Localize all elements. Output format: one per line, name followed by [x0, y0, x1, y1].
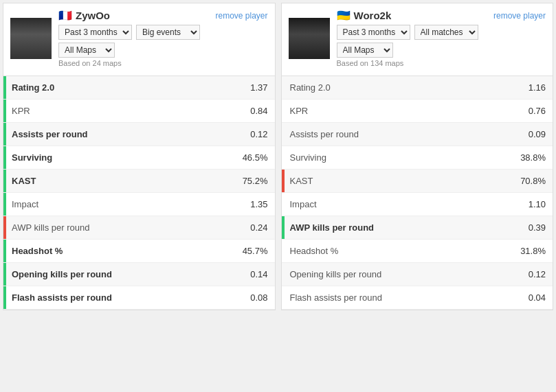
stat-row: Surviving38.8%: [282, 146, 553, 170]
stat-label: Rating 2.0: [6, 76, 241, 99]
stat-value: 0.12: [241, 123, 275, 146]
stats-section-zywoo: Rating 2.01.37KPR0.84Assists per round0.…: [3, 76, 275, 310]
stat-row: KAST70.8%: [282, 170, 553, 193]
stat-row: Opening kills per round0.12: [282, 263, 553, 286]
stat-row: AWP kills per round0.39: [282, 216, 553, 240]
remove-player-link[interactable]: remove player: [215, 11, 267, 21]
player-top-row-zywoo: 🇫🇷ZywOoremove playerPast 3 monthsPast mo…: [10, 9, 268, 67]
stat-row: Assists per round0.12: [3, 123, 275, 146]
stat-value: 0.12: [518, 263, 553, 286]
stat-label: Flash assists per round: [6, 286, 241, 309]
stat-value: 1.37: [241, 76, 275, 99]
filters-row1-woro2k: Past 3 monthsPast monthPast 6 monthsPast…: [337, 25, 546, 40]
player-flag: 🇺🇦: [337, 9, 351, 22]
remove-player-link[interactable]: remove player: [493, 11, 546, 21]
based-on-text: Based on 24 maps: [58, 59, 268, 67]
stat-row: Rating 2.01.16: [282, 76, 553, 100]
stat-row: KAST75.2%: [3, 170, 275, 193]
player-name-row-zywoo: 🇫🇷ZywOoremove player: [58, 9, 268, 22]
player-name: Woro2k: [354, 10, 392, 21]
maps-select[interactable]: All MapsDust2InfernoMirageNukeOverpass: [58, 43, 115, 58]
event-select[interactable]: Big eventsAll matchesLAN only: [136, 25, 200, 40]
stat-row: Assists per round0.09: [282, 123, 553, 146]
stat-row: AWP kills per round0.24: [3, 216, 275, 240]
based-on-text: Based on 134 maps: [337, 59, 546, 67]
maps-select[interactable]: All MapsDust2InfernoMirageNukeOverpass: [337, 43, 393, 58]
player-header-woro2k: 🇺🇦Woro2kremove playerPast 3 monthsPast m…: [282, 3, 553, 76]
stat-label: KAST: [6, 170, 240, 192]
stat-value: 1.16: [518, 76, 553, 99]
maps-row-woro2k: All MapsDust2InfernoMirageNukeOverpass: [337, 43, 546, 58]
player-name-group-woro2k: 🇺🇦Woro2k: [337, 9, 392, 22]
stat-label: Flash assists per round: [285, 286, 519, 309]
stat-value: 0.24: [241, 216, 275, 239]
stat-row: Rating 2.01.37: [3, 76, 275, 100]
stat-label: Opening kills per round: [285, 263, 519, 286]
avatar: [289, 18, 330, 59]
stat-label: Rating 2.0: [285, 76, 519, 99]
stat-label: Headshot %: [6, 240, 240, 262]
stat-label: KAST: [285, 170, 518, 192]
period-select[interactable]: Past 3 monthsPast monthPast 6 monthsPast…: [58, 25, 132, 40]
stat-label: Opening kills per round: [6, 263, 241, 286]
stat-label: Impact: [285, 193, 519, 216]
stat-value: 0.09: [518, 123, 553, 146]
player-name-row-woro2k: 🇺🇦Woro2kremove player: [337, 9, 546, 22]
stat-row: Headshot %31.8%: [282, 240, 553, 263]
stat-row: Impact1.35: [3, 193, 275, 216]
stat-row: Headshot %45.7%: [3, 240, 275, 263]
stat-value: 0.04: [518, 286, 553, 309]
stat-value: 31.8%: [518, 240, 553, 262]
player-name: ZywOo: [76, 10, 110, 21]
period-select[interactable]: Past 3 monthsPast monthPast 6 monthsPast…: [337, 25, 410, 40]
stat-label: KPR: [6, 100, 241, 122]
stat-row: Impact1.10: [282, 193, 553, 216]
stat-label: AWP kills per round: [285, 216, 519, 239]
filters-row1-zywoo: Past 3 monthsPast monthPast 6 monthsPast…: [58, 25, 268, 40]
player-flag: 🇫🇷: [58, 9, 72, 22]
stat-value: 70.8%: [518, 170, 553, 192]
player-info-zywoo: 🇫🇷ZywOoremove playerPast 3 monthsPast mo…: [58, 9, 268, 67]
stat-value: 0.76: [518, 100, 553, 122]
stat-label: AWP kills per round: [6, 216, 241, 239]
stat-value: 46.5%: [240, 146, 275, 169]
stat-row: Flash assists per round0.04: [282, 286, 553, 310]
stat-value: 1.35: [241, 193, 275, 216]
stat-label: Impact: [6, 193, 241, 216]
stat-row: KPR0.84: [3, 100, 275, 123]
avatar: [10, 18, 52, 59]
player-name-group-zywoo: 🇫🇷ZywOo: [58, 9, 110, 22]
stat-value: 0.39: [518, 216, 553, 239]
stat-label: Assists per round: [285, 123, 519, 146]
stat-value: 45.7%: [240, 240, 275, 262]
event-select[interactable]: Big eventsAll matchesLAN only: [414, 25, 478, 40]
player-top-row-woro2k: 🇺🇦Woro2kremove playerPast 3 monthsPast m…: [289, 9, 546, 67]
player-panel-woro2k: 🇺🇦Woro2kremove playerPast 3 monthsPast m…: [281, 3, 554, 310]
stat-value: 75.2%: [240, 170, 275, 192]
player-panel-zywoo: 🇫🇷ZywOoremove playerPast 3 monthsPast mo…: [3, 3, 276, 310]
stat-value: 1.10: [518, 193, 553, 216]
stat-value: 0.14: [241, 263, 275, 286]
player-header-zywoo: 🇫🇷ZywOoremove playerPast 3 monthsPast mo…: [3, 3, 275, 76]
compare-container: 🇫🇷ZywOoremove playerPast 3 monthsPast mo…: [0, 0, 556, 313]
stat-value: 0.84: [241, 100, 275, 122]
stat-label: Assists per round: [6, 123, 241, 146]
stat-label: Headshot %: [285, 240, 518, 262]
maps-row-zywoo: All MapsDust2InfernoMirageNukeOverpass: [58, 43, 268, 58]
stat-label: Surviving: [6, 146, 240, 169]
stat-row: Opening kills per round0.14: [3, 263, 275, 286]
stats-section-woro2k: Rating 2.01.16KPR0.76Assists per round0.…: [282, 76, 553, 310]
stat-value: 38.8%: [518, 146, 553, 169]
player-info-woro2k: 🇺🇦Woro2kremove playerPast 3 monthsPast m…: [337, 9, 546, 67]
stat-row: KPR0.76: [282, 100, 553, 123]
stat-value: 0.08: [241, 286, 275, 309]
stat-label: Surviving: [285, 146, 518, 169]
stat-label: KPR: [285, 100, 519, 122]
stat-row: Surviving46.5%: [3, 146, 275, 170]
stat-row: Flash assists per round0.08: [3, 286, 275, 310]
